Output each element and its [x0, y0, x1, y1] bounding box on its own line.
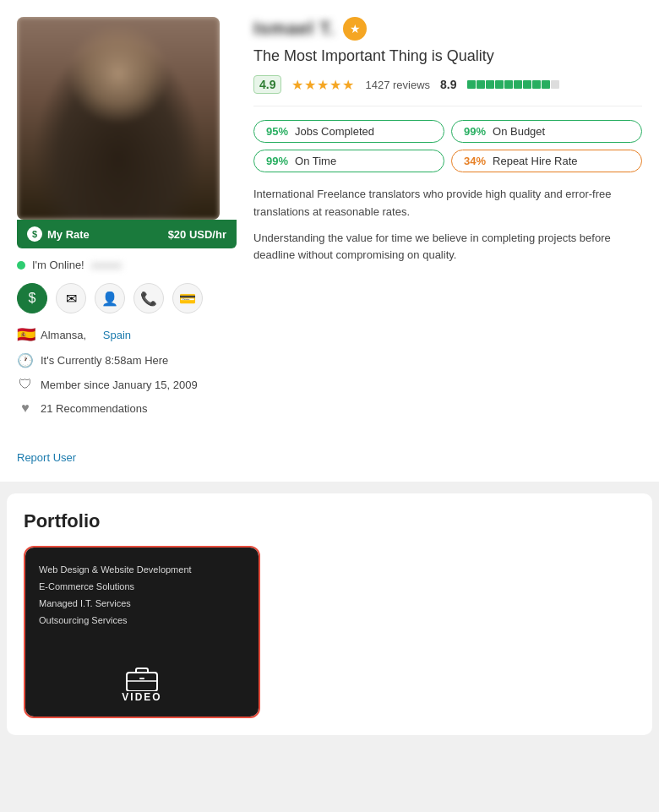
dollar-action-icon[interactable]: $: [17, 283, 47, 313]
online-status: I'm Online! ●●●●●: [17, 259, 237, 271]
stat-pct-budget: 99%: [464, 125, 486, 138]
right-column: Ismael T. ★ The Most Important Thing is …: [253, 17, 642, 465]
stat-repeat-hire: 34% Repeat Hire Rate: [451, 150, 642, 172]
verified-star-icon: ★: [350, 22, 361, 35]
online-text: I'm Online!: [32, 259, 84, 271]
portfolio-menu-list: Web Design & Website Development E-Comme…: [25, 548, 259, 642]
bio-paragraph-2: Understanding the value for time we beli…: [253, 230, 642, 265]
person-action-icon[interactable]: 👤: [95, 283, 125, 313]
earnings-block-9: [542, 80, 550, 89]
stat-jobs-completed: 95% Jobs Completed: [253, 120, 444, 143]
avatar-image: [17, 17, 220, 220]
rate-bar: $ My Rate $20 USD/hr: [17, 220, 237, 248]
rate-value: $20 USD/hr: [168, 228, 226, 241]
heart-icon: ♥: [17, 401, 34, 416]
portfolio-section: Portfolio Web Design & Website Developme…: [7, 493, 652, 735]
time-item: 🕐 It's Currently 8:58am Here: [17, 352, 237, 368]
report-user-section: Report User: [17, 450, 237, 465]
stat-label-jobs: Jobs Completed: [295, 125, 374, 138]
action-icons: $ ✉ 👤 📞 💳: [17, 283, 237, 313]
stat-pct-repeat: 34%: [464, 155, 486, 167]
earnings-score: 8.9: [440, 78, 456, 91]
earnings-block-8: [532, 80, 541, 89]
clock-icon: 🕐: [17, 352, 34, 368]
recommendations-item: ♥ 21 Recommendations: [17, 401, 237, 416]
stat-pct-time: 99%: [266, 155, 288, 167]
earnings-block-4: [495, 80, 504, 89]
rate-bar-left: $ My Rate: [27, 226, 90, 242]
stat-label-time: On Time: [295, 155, 336, 167]
stars: ★★★★★: [291, 77, 355, 93]
mail-action-icon[interactable]: ✉: [56, 283, 86, 313]
menu-item-4: Outsourcing Services: [39, 615, 245, 625]
menu-item-3: Managed I.T. Services: [39, 598, 245, 608]
portfolio-card[interactable]: Web Design & Website Development E-Comme…: [24, 546, 260, 718]
location-text: Almansa,: [41, 329, 86, 341]
earnings-block-1: [467, 80, 476, 89]
earnings-bar: [467, 80, 559, 89]
reviews-count: 1427 reviews: [365, 79, 430, 91]
online-dot: [17, 261, 25, 270]
stat-label-budget: On Budget: [493, 125, 545, 138]
time-text: It's Currently 8:58am Here: [41, 354, 168, 367]
stat-on-time: 99% On Time: [253, 150, 444, 172]
earnings-block-10: [551, 80, 559, 89]
report-user-link[interactable]: Report User: [17, 451, 76, 464]
stat-on-budget: 99% On Budget: [451, 120, 642, 143]
svg-rect-0: [127, 673, 157, 691]
shield-icon: 🛡: [17, 377, 34, 392]
earnings-block-7: [523, 80, 531, 89]
user-name-row: Ismael T. ★: [253, 17, 642, 41]
location-item: 🇪🇸 Almansa, Spain: [17, 325, 237, 344]
profile-section: $ My Rate $20 USD/hr I'm Online! ●●●●● $…: [0, 0, 659, 482]
earnings-block-2: [477, 80, 485, 89]
member-since-text: Member since January 15, 2009: [41, 379, 198, 391]
section-divider: [0, 482, 659, 487]
bio-paragraph-1: International Freelance translators who …: [253, 186, 642, 221]
rate-label: My Rate: [47, 228, 90, 241]
country-link[interactable]: Spain: [103, 329, 131, 341]
portfolio-title: Portfolio: [24, 510, 635, 532]
member-since-item: 🛡 Member since January 15, 2009: [17, 377, 237, 392]
phone-action-icon[interactable]: 📞: [133, 283, 164, 313]
verified-badge: ★: [343, 17, 367, 41]
info-list: 🇪🇸 Almansa, Spain 🕐 It's Currently 8:58a…: [17, 325, 237, 416]
card-action-icon[interactable]: 💳: [172, 283, 203, 313]
earnings-block-5: [504, 80, 513, 89]
recommendations-text: 21 Recommendations: [41, 402, 147, 415]
stat-pct-jobs: 95%: [266, 125, 288, 138]
earnings-block-3: [486, 80, 494, 89]
earnings-block-6: [514, 80, 522, 89]
rating-score: 4.9: [253, 75, 281, 94]
online-extra: ●●●●●: [91, 259, 122, 271]
menu-item-1: Web Design & Website Development: [39, 564, 245, 575]
briefcase-icon: [125, 664, 159, 691]
menu-item-2: E-Commerce Solutions: [39, 581, 245, 591]
video-label: VIDEO: [122, 691, 161, 703]
flag-icon: 🇪🇸: [17, 325, 34, 344]
stat-label-repeat: Repeat Hire Rate: [493, 155, 577, 167]
video-icon-area: VIDEO: [25, 664, 259, 717]
stats-grid: 95% Jobs Completed 99% On Budget 99% On …: [253, 120, 642, 172]
user-tagline: The Most Important Thing is Quality: [253, 47, 642, 65]
rate-dollar-icon: $: [27, 226, 42, 242]
avatar: [17, 17, 220, 220]
left-column: $ My Rate $20 USD/hr I'm Online! ●●●●● $…: [17, 17, 237, 465]
rating-row: 4.9 ★★★★★ 1427 reviews 8.9: [253, 75, 642, 106]
portfolio-video-thumb: Web Design & Website Development E-Comme…: [25, 548, 259, 717]
user-name: Ismael T.: [253, 18, 335, 40]
